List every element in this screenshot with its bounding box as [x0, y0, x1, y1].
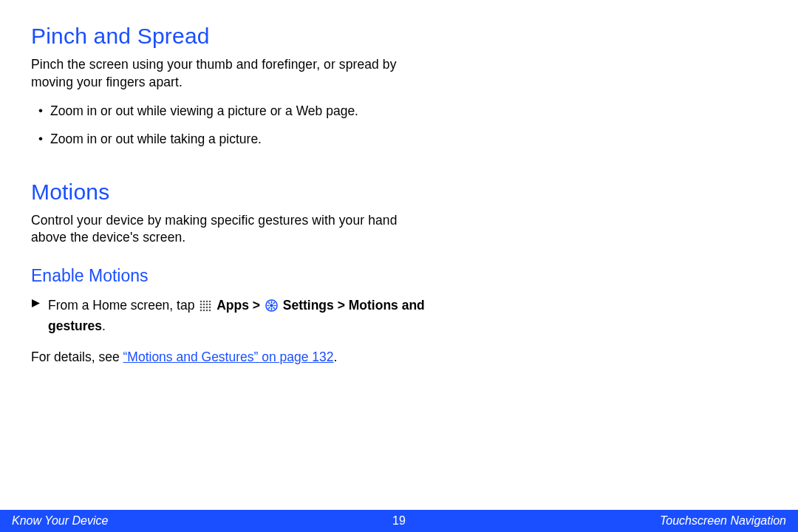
play-triangle-icon	[31, 299, 41, 308]
svg-point-1	[200, 300, 202, 302]
svg-marker-0	[32, 299, 40, 307]
instruction-text: From a Home screen, tap Apps >	[48, 296, 445, 336]
svg-rect-19	[271, 301, 273, 303]
svg-rect-25	[267, 301, 270, 304]
motions-gestures-link[interactable]: “Motions and Gestures” on page 132	[123, 349, 334, 364]
svg-point-9	[200, 306, 202, 308]
svg-point-13	[200, 309, 202, 311]
svg-point-5	[200, 303, 202, 305]
motions-intro-paragraph: Control your device by making specific g…	[31, 212, 415, 247]
details-paragraph: For details, see “Motions and Gestures” …	[31, 349, 445, 365]
step-sep-2: >	[334, 298, 349, 313]
svg-point-2	[203, 300, 205, 302]
step-text-pre: From a Home screen, tap	[48, 298, 198, 313]
document-page: Pinch and Spread Pinch the screen using …	[0, 0, 798, 532]
svg-point-4	[209, 300, 211, 302]
step-settings-label: Settings	[283, 298, 334, 313]
svg-point-16	[209, 309, 211, 311]
svg-point-7	[206, 303, 208, 305]
footer-section-title: Touchscreen Navigation	[660, 514, 786, 528]
apps-grid-icon	[200, 299, 211, 317]
svg-rect-24	[267, 307, 270, 309]
step-period: .	[102, 318, 106, 333]
pinch-intro-paragraph: Pinch the screen using your thumb and fo…	[31, 56, 415, 91]
svg-point-12	[209, 306, 211, 308]
svg-point-18	[270, 304, 273, 307]
heading-motions: Motions	[31, 180, 767, 205]
list-item: Zoom in or out while taking a picture.	[31, 131, 415, 149]
instruction-step: From a Home screen, tap Apps >	[31, 296, 445, 336]
svg-point-8	[209, 303, 211, 305]
svg-point-10	[203, 306, 205, 308]
heading-enable-motions: Enable Motions	[31, 266, 767, 286]
list-item: Zoom in or out while viewing a picture o…	[31, 103, 415, 120]
page-number: 19	[392, 514, 406, 528]
svg-point-11	[206, 306, 208, 308]
settings-gear-icon	[265, 299, 278, 317]
svg-rect-23	[273, 301, 275, 304]
svg-point-15	[206, 309, 208, 311]
pinch-bullet-list: Zoom in or out while viewing a picture o…	[31, 103, 415, 148]
footer-chapter-title: Know Your Device	[12, 514, 108, 528]
svg-point-6	[203, 303, 205, 305]
svg-rect-26	[273, 307, 275, 309]
svg-rect-21	[267, 304, 269, 306]
step-apps-label: Apps	[216, 298, 249, 313]
details-pre-text: For details, see	[31, 349, 123, 364]
details-post-text: .	[334, 349, 338, 364]
page-footer: Know Your Device 19 Touchscreen Navigati…	[0, 510, 798, 532]
svg-rect-22	[273, 304, 276, 306]
svg-rect-20	[271, 307, 273, 310]
step-sep-1: >	[249, 298, 264, 313]
svg-point-3	[206, 300, 208, 302]
heading-pinch-spread: Pinch and Spread	[31, 24, 767, 49]
svg-point-14	[203, 309, 205, 311]
